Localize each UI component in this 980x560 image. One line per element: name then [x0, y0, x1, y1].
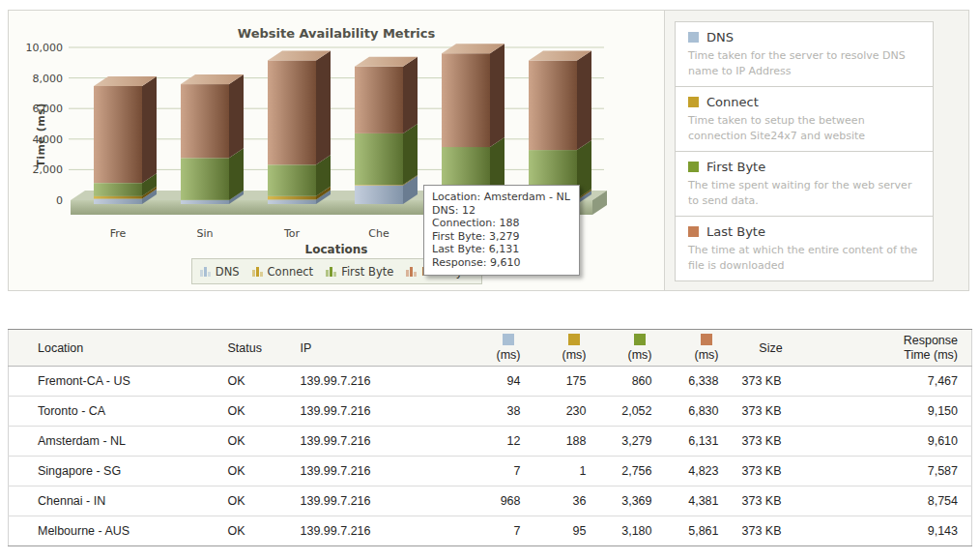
cell-ip: 139.99.7.216: [274, 516, 434, 546]
bar-segment-connect-fre[interactable]: [94, 196, 142, 199]
cell-status: OK: [202, 397, 274, 427]
chart-legend-label: DNS: [216, 265, 240, 279]
bar-segment-last-byte-tor[interactable]: [316, 50, 331, 164]
cell-last_byte_ms: 6,338: [654, 367, 721, 397]
legend-panel-item: Last Byte The time at which the entire c…: [675, 216, 934, 281]
cell-connect_ms: 1: [523, 457, 589, 486]
tooltip-line: Location: Amsterdam - NL: [432, 191, 570, 204]
tooltip-line: Response: 9,610: [432, 256, 570, 270]
cell-connect_ms: 188: [523, 427, 589, 457]
cell-response_time: 7,467: [821, 367, 972, 397]
y-tick-label: 8,000: [9, 73, 63, 85]
bar-segment-last-byte-ams[interactable]: [490, 44, 504, 147]
cell-last_byte_ms: 4,823: [654, 457, 721, 486]
legend-item-header: First Byte: [688, 160, 920, 174]
x-category-label: Tor: [284, 227, 300, 240]
cell-size: 373 KB: [721, 427, 821, 457]
bar-segment-connect-tor[interactable]: [268, 196, 316, 200]
bar-segment-last-byte-mel[interactable]: [529, 61, 577, 151]
table-header-row: LocationStatusIP(ms)(ms)(ms)(ms)SizeResp…: [9, 330, 972, 367]
bar-segment-first-byte-fre[interactable]: [94, 183, 142, 196]
cell-ip: 139.99.7.216: [274, 427, 434, 457]
bar-segment-last-byte-tor[interactable]: [268, 60, 316, 164]
bar-segment-last-byte-che[interactable]: [355, 67, 403, 133]
bar-segment-last-byte-fre[interactable]: [94, 86, 142, 183]
cell-ip: 139.99.7.216: [274, 397, 434, 427]
cell-first_byte_ms: 860: [589, 367, 654, 397]
table-row: Amsterdam - NLOK139.99.7.216121883,2796,…: [9, 427, 972, 457]
cell-location: Amsterdam - NL: [9, 427, 202, 457]
column-swatch-first_byte_ms: [634, 334, 646, 345]
y-tick-label: 4,000: [9, 133, 63, 146]
bar-segment-dns-fre[interactable]: [94, 199, 142, 205]
cell-connect_ms: 175: [523, 367, 589, 397]
tooltip-line: Connection: 188: [432, 217, 570, 230]
cell-last_byte_ms: 6,830: [654, 397, 721, 427]
bar-segment-last-byte-ams[interactable]: [442, 53, 490, 147]
mini-bars-icon: [200, 266, 211, 277]
chart-title: Website Availability Metrics: [9, 26, 664, 41]
x-category-label: Che: [368, 227, 389, 240]
bar-segment-dns-sin[interactable]: [181, 200, 229, 204]
legend-item-title: DNS: [706, 30, 734, 44]
availability-report-panel: Website Availability Metrics Time (ms) 0…: [8, 10, 969, 291]
chart-legend-item[interactable]: First Byte: [326, 265, 393, 279]
cell-dns_ms: 38: [434, 397, 523, 427]
bar-segment-last-byte-che[interactable]: [403, 57, 418, 133]
x-category-label: Sin: [196, 227, 213, 240]
cell-first_byte_ms: 2,052: [589, 397, 654, 427]
availability-chart: Website Availability Metrics Time (ms) 0…: [9, 11, 665, 290]
bar-segment-dns-tor[interactable]: [268, 199, 316, 204]
column-header-last_byte_ms: (ms): [654, 330, 721, 367]
table-row: Chennai - INOK139.99.7.216968363,3694,38…: [9, 486, 972, 516]
cell-last_byte_ms: 4,381: [654, 486, 721, 516]
cell-location: Fremont-CA - US: [9, 367, 202, 397]
cell-first_byte_ms: 3,279: [589, 427, 654, 457]
cell-response_time: 9,610: [821, 427, 972, 457]
column-header-size: Size: [721, 330, 821, 367]
cell-size: 373 KB: [721, 367, 821, 397]
cell-last_byte_ms: 5,861: [654, 516, 721, 546]
mini-bars-icon: [406, 266, 417, 277]
bar-segment-dns-che[interactable]: [355, 186, 403, 204]
bar-segment-connect-che[interactable]: [355, 185, 403, 186]
cell-status: OK: [202, 457, 274, 486]
cell-location: Singapore - SG: [9, 457, 202, 486]
chart-legend-item[interactable]: DNS: [200, 265, 240, 279]
legend-color-swatch: [688, 226, 699, 237]
cell-first_byte_ms: 2,756: [589, 457, 654, 486]
bar-segment-last-byte-sin[interactable]: [229, 74, 244, 158]
legend-panel-item: First Byte The time spent waiting for th…: [675, 151, 934, 217]
bar-segment-first-byte-sin[interactable]: [181, 158, 229, 200]
legend-item-title: Connect: [706, 95, 759, 109]
column-header-dns_ms: (ms): [434, 330, 523, 367]
legend-item-header: DNS: [688, 30, 920, 44]
bar-segment-last-byte-mel[interactable]: [577, 51, 591, 151]
cell-connect_ms: 95: [523, 516, 589, 546]
chart-legend-label: Connect: [268, 265, 314, 279]
legend-color-swatch: [688, 32, 699, 43]
bar-segment-last-byte-fre[interactable]: [142, 76, 157, 183]
cell-response_time: 8,754: [821, 486, 972, 516]
legend-item-title: First Byte: [706, 160, 765, 174]
column-header-connect_ms: (ms): [523, 330, 589, 367]
bar-segment-first-byte-che[interactable]: [403, 124, 418, 185]
cell-connect_ms: 230: [523, 397, 589, 427]
column-header-response_time: Response Time (ms): [821, 330, 972, 367]
cell-status: OK: [202, 427, 274, 457]
legend-item-description: The time at which the entire content of …: [688, 243, 920, 274]
column-header-ip: IP: [274, 330, 434, 367]
bar-segment-first-byte-tor[interactable]: [268, 164, 316, 195]
column-swatch-last_byte_ms: [701, 334, 712, 345]
chart-legend-item[interactable]: Connect: [252, 265, 314, 279]
legend-item-description: Time taken to setup the between connecti…: [688, 113, 920, 144]
bar-segment-first-byte-che[interactable]: [355, 133, 403, 185]
tooltip-line: DNS: 12: [432, 204, 570, 218]
table-row: Melbourne - AUSOK139.99.7.2167953,1805,8…: [9, 516, 972, 546]
table-row: Toronto - CAOK139.99.7.216382302,0526,83…: [9, 397, 972, 427]
cell-size: 373 KB: [721, 486, 821, 516]
y-tick-label: 2,000: [9, 163, 63, 176]
cell-first_byte_ms: 3,369: [589, 486, 654, 516]
bar-segment-last-byte-sin[interactable]: [181, 84, 229, 158]
cell-status: OK: [202, 486, 274, 516]
